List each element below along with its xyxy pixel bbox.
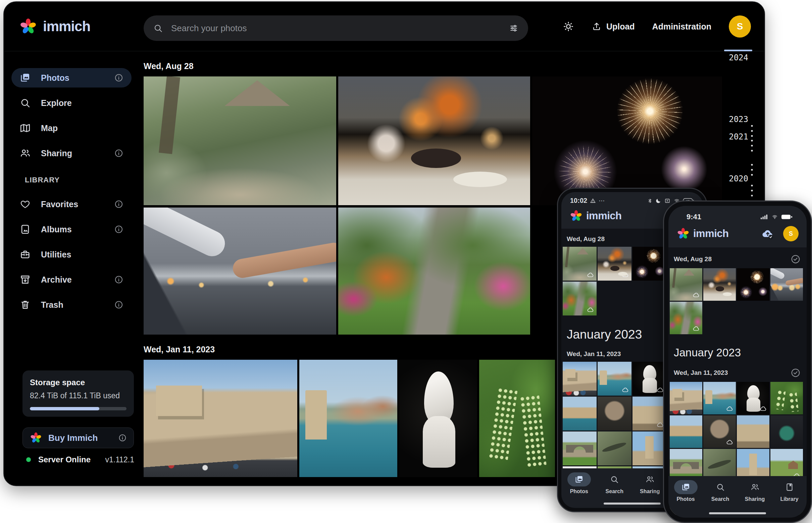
photo-marble-bust[interactable]	[399, 360, 477, 477]
nav-sharing[interactable]: Sharing	[738, 480, 772, 502]
photo-tile-tower[interactable]	[633, 431, 667, 465]
photo-tile-zoo[interactable]	[670, 268, 702, 301]
nav-pill	[778, 480, 801, 494]
search-icon	[610, 475, 619, 484]
upload-button[interactable]: Upload	[591, 21, 635, 32]
sidebar-item-label: Explore	[41, 98, 123, 108]
info-icon[interactable]	[114, 148, 123, 158]
sidebar-item-sharing[interactable]: Sharing	[12, 144, 132, 163]
photo-coastal-town[interactable]	[299, 360, 397, 477]
photo-tile-berries[interactable]	[771, 382, 803, 414]
photo-tile-fortress[interactable]	[563, 362, 597, 396]
timeline-year-2024[interactable]: 2024	[729, 53, 748, 62]
photo-tile-zoo[interactable]	[563, 247, 597, 281]
photo-zoo-monkeys[interactable]	[144, 76, 336, 205]
select-check-icon[interactable]	[791, 368, 800, 378]
photo-tile-lizard[interactable]	[598, 431, 632, 465]
sidebar-item-label: Archive	[41, 275, 114, 285]
info-icon[interactable]	[114, 199, 123, 209]
photo-tile-cliff[interactable]	[670, 415, 702, 448]
photo-green-berries[interactable]	[479, 360, 555, 477]
upload-label: Upload	[606, 22, 635, 32]
sidebar-item-favorites[interactable]: Favorites	[12, 195, 132, 214]
photo-tile-ornament[interactable]	[771, 415, 803, 448]
phone-screen: 9:41 immich S Wed, Aug 28 Januar	[668, 206, 807, 518]
nav-pill	[674, 480, 697, 494]
timeline-tick-dots	[751, 123, 753, 138]
sidebar-item-label: Utilities	[41, 250, 123, 259]
photo-tile-dinner[interactable]	[703, 268, 736, 301]
cloud-sync-icon	[760, 405, 767, 412]
photo-tile-coast[interactable]	[598, 362, 632, 396]
photo-tile-fireworks[interactable]	[737, 268, 770, 301]
photo-autumn-park-path[interactable]	[338, 208, 530, 335]
photo-tile-aqueduct[interactable]	[563, 431, 597, 465]
info-icon[interactable]	[114, 275, 123, 284]
sidebar-item-utilities[interactable]: Utilities	[12, 245, 132, 264]
nav-pill	[603, 472, 626, 486]
sidebar-item-albums[interactable]: Albums	[12, 220, 132, 239]
storage-progress-fill	[30, 407, 99, 410]
photo-tile-dinner[interactable]	[598, 247, 632, 281]
upload-icon	[591, 21, 602, 32]
buy-immich-button[interactable]: Buy Immich	[22, 428, 134, 448]
photo-autumn-dinner-table[interactable]	[338, 76, 530, 205]
nav-photos[interactable]: Photos	[668, 480, 703, 502]
photo-tile-face[interactable]	[703, 415, 736, 448]
photo-tile-bust[interactable]	[737, 382, 770, 414]
photo-tile-face[interactable]	[598, 397, 632, 431]
photo-holding-hands-dusk[interactable]	[144, 208, 336, 335]
administration-link[interactable]: Administration	[652, 22, 711, 32]
photo-dubrovnik-fortress[interactable]	[144, 360, 297, 477]
sidebar-item-trash[interactable]: Trash	[12, 295, 132, 314]
nav-label: Sharing	[745, 496, 765, 502]
search-input[interactable]	[170, 23, 509, 34]
cloud-sync-icon	[693, 325, 700, 332]
photo-tile-fortress[interactable]	[670, 382, 702, 414]
people-icon	[19, 147, 31, 159]
photo-tile-fireworks[interactable]	[633, 247, 667, 281]
photo-tile-walls[interactable]	[737, 415, 770, 448]
date-group-header: Wed, Aug 28	[144, 61, 731, 71]
info-icon[interactable]	[114, 300, 123, 309]
nav-library[interactable]: Library	[772, 480, 807, 502]
user-avatar[interactable]: S	[783, 226, 799, 241]
nav-pill	[567, 472, 591, 486]
nav-sharing[interactable]: Sharing	[632, 472, 668, 494]
archive-icon	[19, 274, 31, 285]
sidebar-item-archive[interactable]: Archive	[12, 270, 132, 289]
immich-brand[interactable]: immich	[19, 17, 90, 36]
phone-mockup-iphone: 9:41 immich S Wed, Aug 28 Januar	[663, 200, 812, 523]
timeline-year-2023[interactable]: 2023	[729, 115, 748, 124]
photo-tile-cliff[interactable]	[563, 397, 597, 431]
search-bar[interactable]	[144, 15, 528, 41]
nav-search[interactable]: Search	[703, 480, 738, 502]
theme-toggle-sun-icon[interactable]	[563, 21, 574, 32]
nav-search[interactable]: Search	[597, 472, 633, 494]
sim-alert-icon	[664, 198, 671, 204]
timeline-year-2020[interactable]: 2020	[729, 174, 748, 183]
filter-sliders-icon[interactable]	[509, 23, 519, 33]
bluetooth-icon	[647, 198, 653, 204]
photo-tile-coast[interactable]	[703, 382, 736, 414]
info-icon[interactable]	[118, 433, 127, 442]
photo-tile-hands[interactable]	[771, 268, 803, 301]
select-check-icon[interactable]	[791, 254, 800, 264]
cloud-backup-icon[interactable]	[759, 227, 776, 240]
info-icon[interactable]	[114, 73, 123, 83]
photo-tile-bust[interactable]	[633, 362, 667, 396]
photo-tile-park[interactable]	[563, 282, 597, 315]
info-icon[interactable]	[114, 224, 123, 234]
sidebar-item-photos[interactable]: Photos	[12, 68, 132, 88]
nav-photos[interactable]: Photos	[562, 472, 597, 494]
photo-tile-walls[interactable]	[633, 397, 667, 431]
sidebar-item-explore[interactable]: Explore	[12, 93, 132, 113]
timeline-tick-dots	[751, 138, 753, 155]
sidebar-item-map[interactable]: Map	[12, 118, 132, 138]
wifi-icon	[771, 214, 778, 220]
photo-tile-park[interactable]	[670, 302, 702, 334]
month-header: January 2023	[668, 334, 807, 361]
timeline-year-2021[interactable]: 2021	[729, 132, 748, 142]
photo-fireworks[interactable]	[532, 76, 722, 205]
immich-logo-icon	[569, 209, 583, 222]
